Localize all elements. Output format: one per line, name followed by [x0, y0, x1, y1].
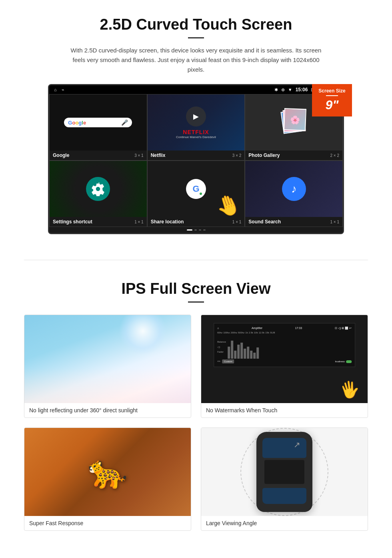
badge-size: 9" — [315, 98, 349, 112]
feature-label-sunlight: No light reflecting under 360° direct su… — [24, 403, 191, 417]
amplifier-image: ⌂ Amplifier 17:33 ⊡ ◁) ⊠ ⬜ ↩ 60hz100hz20… — [201, 315, 368, 403]
netflix-app-name: Netflix — [151, 153, 166, 158]
section1-title: 2.5D Curved Touch Screen — [24, 16, 368, 33]
mic-icon: 🎤 — [121, 119, 128, 126]
dot-3 — [199, 229, 201, 231]
car-view-container: ↗ — [256, 432, 312, 512]
feature-label-fast: Super Fast Response — [24, 516, 191, 530]
app-cell-netflix-inner: ▶ NETFLIX Continue Marvel's Daredevil — [148, 94, 245, 151]
wifi-icon: ▼ — [288, 87, 292, 92]
cheetah-silhouette: 🐆 — [88, 453, 128, 491]
gallery-label-row: Photo Gallery 2 × 2 — [245, 151, 342, 160]
settings-label-row: Settings shortcut 1 × 1 — [50, 217, 147, 227]
features-grid: No light reflecting under 360° direct su… — [24, 315, 368, 531]
usb-icon: ⌁ — [62, 87, 64, 92]
section1-description: With 2.5D curved-display screen, this de… — [68, 46, 324, 74]
feature-card-sunlight: No light reflecting under 360° direct su… — [24, 315, 191, 418]
google-app-name: Google — [53, 153, 69, 158]
sound-app-name: Sound Search — [248, 219, 281, 225]
section-curved-touch: 2.5D Curved Touch Screen With 2.5D curve… — [0, 0, 392, 248]
location-icon: ⊕ — [281, 87, 285, 92]
app-grid-row1: Google 🎤 Google 3 × 1 — [49, 94, 343, 161]
sound-app-size: 1 × 1 — [330, 220, 339, 224]
car-top-view — [256, 432, 312, 512]
amp-icons: ⊡ ◁) ⊠ ⬜ ↩ — [335, 327, 352, 330]
hand-pointing-icon: 🤚 — [212, 190, 244, 217]
settings-app-size: 1 × 1 — [134, 220, 144, 224]
maps-icon: G — [186, 179, 206, 199]
netflix-bg: ▶ NETFLIX Continue Marvel's Daredevil — [148, 94, 245, 151]
share-label-row: Share location 1 × 1 — [148, 217, 245, 227]
amp-controls: Balance ◁) Fader — [217, 335, 352, 359]
photo-card-3: 🌸 — [284, 108, 306, 131]
section2-divider — [188, 301, 204, 303]
app-grid-row2: Settings shortcut 1 × 1 G — [49, 161, 343, 227]
dot-4 — [203, 229, 206, 231]
badge-divider — [326, 95, 338, 96]
section1-divider — [188, 37, 204, 38]
app-cell-share-inner: G 🤚 — [148, 161, 245, 217]
car-rear-window — [262, 488, 306, 504]
photo-stack: 🌸 — [280, 108, 308, 136]
feature-card-watermarks: ⌂ Amplifier 17:33 ⊡ ◁) ⊠ ⬜ ↩ 60hz100hz20… — [201, 315, 368, 418]
car-image: ↗ — [201, 428, 368, 516]
loudness-toggle: loudness — [335, 360, 352, 363]
page: 2.5D Curved Touch Screen With 2.5D curve… — [0, 0, 392, 547]
sunlight-image — [24, 315, 191, 403]
app-cell-google[interactable]: Google 🎤 Google 3 × 1 — [49, 94, 147, 161]
app-cell-netflix[interactable]: ▶ NETFLIX Continue Marvel's Daredevil Ne… — [147, 94, 245, 161]
status-bar: ⌂ ⌁ ✱ ⊕ ▼ 15:06 ⊡ ◁) ⊠ ⬜ — [49, 85, 343, 94]
toggle-switch[interactable] — [346, 360, 352, 363]
netflix-label-row: Netflix 3 × 2 — [148, 151, 245, 160]
play-button[interactable]: ▶ — [186, 106, 206, 126]
feature-card-viewing: ↗ Large Viewing Angle — [201, 428, 368, 531]
device-container: Screen Size 9" ⌂ ⌁ ✱ ⊕ ▼ 15:06 — [44, 84, 348, 234]
feature-image-watermarks: ⌂ Amplifier 17:33 ⊡ ◁) ⊠ ⬜ ↩ 60hz100hz20… — [201, 315, 368, 403]
feature-label-watermarks: No Watermarks When Touch — [201, 403, 368, 417]
app-cell-sound-inner: ♪ — [245, 161, 342, 217]
section-divider — [24, 260, 368, 260]
android-device: ⌂ ⌁ ✱ ⊕ ▼ 15:06 ⊡ ◁) ⊠ ⬜ — [48, 84, 344, 234]
feature-card-fast: 🐆 Super Fast Response — [24, 428, 191, 531]
google-search-bar[interactable]: Google 🎤 — [64, 118, 132, 127]
google-label-row: Google 3 × 1 — [50, 151, 147, 160]
section2-title: IPS Full Screen View — [24, 280, 368, 297]
app-cell-share-location[interactable]: G 🤚 Share location 1 × 1 — [147, 161, 245, 227]
sound-icon-circle: ♪ — [282, 177, 306, 201]
eq-bars — [228, 335, 352, 359]
settings-icon-circle — [86, 177, 110, 201]
app-cell-settings[interactable]: Settings shortcut 1 × 1 — [49, 161, 147, 227]
amp-freq-labels: 60hz100hz200hz500hz1k2.5k10k12.5k15kSUB — [217, 331, 352, 334]
badge-label: Screen Size — [315, 88, 349, 94]
amp-status-bar: ⌂ Amplifier 17:33 ⊡ ◁) ⊠ ⬜ ↩ — [217, 327, 352, 330]
share-bg: G 🤚 — [148, 161, 245, 217]
gallery-app-name: Photo Gallery — [248, 153, 280, 158]
gear-icon — [91, 182, 105, 196]
amp-bottom-row: «» Custom loudness — [217, 359, 352, 363]
app-cell-google-inner: Google 🎤 — [50, 94, 147, 151]
settings-bg — [50, 161, 147, 217]
cheetah-image: 🐆 — [24, 428, 191, 516]
custom-button[interactable]: Custom — [222, 359, 234, 363]
screen-size-badge: Screen Size 9" — [312, 84, 352, 116]
car-roof — [264, 460, 304, 484]
app-cell-sound-search[interactable]: ♪ Sound Search 1 × 1 — [245, 161, 343, 227]
feature-image-fast: 🐆 — [24, 428, 191, 516]
status-left: ⌂ ⌁ — [54, 87, 64, 92]
car-arrow-icon: ↗ — [294, 440, 300, 450]
bluetooth-icon: ✱ — [274, 87, 278, 92]
amp-hand-icon: 🖐 — [338, 379, 361, 401]
home-icon[interactable]: ⌂ — [54, 87, 57, 92]
status-time: 15:06 — [296, 87, 308, 92]
google-app-size: 3 × 1 — [134, 153, 144, 158]
netflix-app-size: 3 × 2 — [232, 153, 242, 158]
netflix-logo: NETFLIX — [183, 129, 209, 135]
share-app-name: Share location — [151, 219, 184, 225]
settings-app-name: Settings shortcut — [53, 219, 92, 225]
app-cell-settings-inner — [50, 161, 147, 217]
amp-home: ⌂ — [217, 327, 219, 330]
pagination-dots — [49, 227, 343, 233]
dot-2 — [194, 229, 197, 231]
section-ips: IPS Full Screen View No light reflecting… — [0, 272, 392, 547]
feature-image-sunlight — [24, 315, 191, 403]
